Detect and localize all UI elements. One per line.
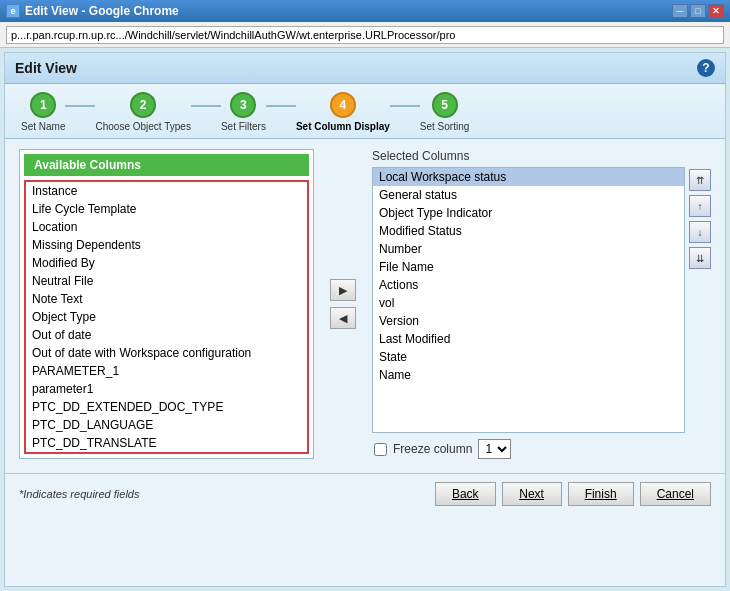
cancel-button[interactable]: Cancel	[640, 482, 711, 506]
selected-column-item[interactable]: Last Modified	[373, 330, 684, 348]
available-column-item[interactable]: Source	[26, 452, 307, 454]
selected-columns-panel: Selected Columns Local Workspace statusG…	[372, 149, 711, 459]
transfer-buttons: ▶ ◀	[324, 149, 362, 459]
sort-buttons: ⇈ ↑ ↓ ⇊	[689, 167, 711, 433]
connector-1-2	[65, 105, 95, 107]
selected-column-item[interactable]: Actions	[373, 276, 684, 294]
footer: *Indicates required fields Back Next Fin…	[5, 473, 725, 512]
available-column-item[interactable]: Modified By	[26, 254, 307, 272]
minimize-button[interactable]: ─	[672, 4, 688, 18]
finish-button[interactable]: Finish	[568, 482, 634, 506]
action-buttons: Back Next Finish Cancel	[435, 482, 711, 506]
available-column-item[interactable]: Neutral File	[26, 272, 307, 290]
move-bottom-button[interactable]: ⇊	[689, 247, 711, 269]
available-column-item[interactable]: Location	[26, 218, 307, 236]
help-button[interactable]: ?	[697, 59, 715, 77]
step-5-circle: 5	[432, 92, 458, 118]
address-bar	[0, 22, 730, 48]
step-4-label: Set Column Display	[296, 121, 390, 132]
available-column-item[interactable]: Object Type	[26, 308, 307, 326]
remove-column-button[interactable]: ◀	[330, 307, 356, 329]
available-columns-list[interactable]: InstanceLife Cycle TemplateLocationMissi…	[24, 180, 309, 454]
selected-column-item[interactable]: Version	[373, 312, 684, 330]
available-column-item[interactable]: parameter1	[26, 380, 307, 398]
back-button[interactable]: Back	[435, 482, 496, 506]
step-3[interactable]: 3 Set Filters	[221, 92, 266, 132]
step-3-label: Set Filters	[221, 121, 266, 132]
step-1[interactable]: 1 Set Name	[21, 92, 65, 132]
dialog-title: Edit View	[15, 60, 77, 76]
title-bar: e Edit View - Google Chrome ─ □ ✕	[0, 0, 730, 22]
selected-column-item[interactable]: Local Workspace status	[373, 168, 684, 186]
available-column-item[interactable]: Life Cycle Template	[26, 200, 307, 218]
selected-column-item[interactable]: File Name	[373, 258, 684, 276]
available-column-item[interactable]: Missing Dependents	[26, 236, 307, 254]
step-3-circle: 3	[230, 92, 256, 118]
dialog-body: Available Columns InstanceLife Cycle Tem…	[5, 139, 725, 469]
window-title: Edit View - Google Chrome	[25, 4, 179, 18]
available-column-item[interactable]: Out of date with Workspace configuration	[26, 344, 307, 362]
move-top-button[interactable]: ⇈	[689, 169, 711, 191]
app-icon: e	[6, 4, 20, 18]
right-area: Local Workspace statusGeneral statusObje…	[372, 167, 711, 433]
available-columns-panel: Available Columns InstanceLife Cycle Tem…	[19, 149, 314, 459]
address-input[interactable]	[6, 26, 724, 44]
selected-column-item[interactable]: State	[373, 348, 684, 366]
selected-column-item[interactable]: vol	[373, 294, 684, 312]
available-column-item[interactable]: PTC_DD_TRANSLATE	[26, 434, 307, 452]
selected-column-item[interactable]: General status	[373, 186, 684, 204]
available-column-item[interactable]: PTC_DD_LANGUAGE	[26, 416, 307, 434]
next-button[interactable]: Next	[502, 482, 562, 506]
columns-area: Available Columns InstanceLife Cycle Tem…	[19, 149, 711, 459]
edit-view-dialog: Edit View ? 1 Set Name 2 Choose Object T…	[4, 52, 726, 587]
selected-column-item[interactable]: Modified Status	[373, 222, 684, 240]
close-button[interactable]: ✕	[708, 4, 724, 18]
step-2-circle: 2	[130, 92, 156, 118]
dialog-header: Edit View ?	[5, 53, 725, 84]
move-down-button[interactable]: ↓	[689, 221, 711, 243]
step-5[interactable]: 5 Set Sorting	[420, 92, 469, 132]
selected-column-item[interactable]: Number	[373, 240, 684, 258]
step-4[interactable]: 4 Set Column Display	[296, 92, 390, 132]
step-1-circle: 1	[30, 92, 56, 118]
available-column-item[interactable]: PTC_DD_EXTENDED_DOC_TYPE	[26, 398, 307, 416]
available-column-item[interactable]: Instance	[26, 182, 307, 200]
available-column-item[interactable]: Out of date	[26, 326, 307, 344]
step-4-circle: 4	[330, 92, 356, 118]
selected-columns-list[interactable]: Local Workspace statusGeneral statusObje…	[372, 167, 685, 433]
connector-3-4	[266, 105, 296, 107]
selected-columns-label: Selected Columns	[372, 149, 711, 163]
wizard-steps: 1 Set Name 2 Choose Object Types 3 Set F…	[5, 84, 725, 139]
freeze-label: Freeze column	[393, 442, 472, 456]
selected-column-item[interactable]: Object Type Indicator	[373, 204, 684, 222]
maximize-button[interactable]: □	[690, 4, 706, 18]
connector-4-5	[390, 105, 420, 107]
step-5-label: Set Sorting	[420, 121, 469, 132]
available-column-item[interactable]: PARAMETER_1	[26, 362, 307, 380]
freeze-checkbox[interactable]	[374, 443, 387, 456]
required-note: *Indicates required fields	[19, 488, 139, 500]
step-1-label: Set Name	[21, 121, 65, 132]
add-column-button[interactable]: ▶	[330, 279, 356, 301]
freeze-column-row: Freeze column 1234	[372, 439, 711, 459]
step-2-label: Choose Object Types	[95, 121, 190, 132]
available-columns-tab: Available Columns	[24, 154, 309, 176]
step-2[interactable]: 2 Choose Object Types	[95, 92, 190, 132]
freeze-select[interactable]: 1234	[478, 439, 511, 459]
available-column-item[interactable]: Note Text	[26, 290, 307, 308]
selected-column-item[interactable]: Name	[373, 366, 684, 384]
connector-2-3	[191, 105, 221, 107]
move-up-button[interactable]: ↑	[689, 195, 711, 217]
